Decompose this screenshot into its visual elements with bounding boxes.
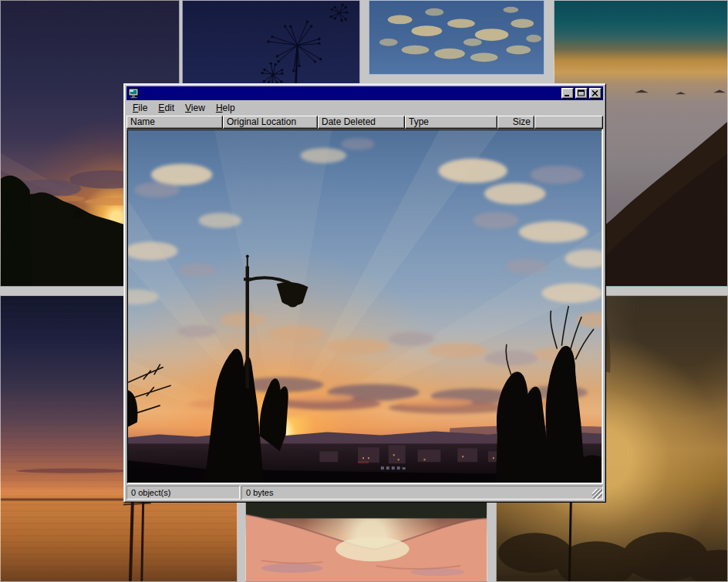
- wallpaper-tile-dotted-clouds: [369, 0, 544, 75]
- status-bar: 0 object(s) 0 bytes: [126, 486, 603, 500]
- resize-grip[interactable]: [592, 489, 602, 499]
- column-header-date-deleted[interactable]: Date Deleted: [318, 116, 405, 129]
- menu-bar: FileEditViewHelp: [126, 100, 603, 116]
- status-objects: 0 object(s): [126, 486, 240, 500]
- computer-icon[interactable]: [128, 88, 140, 99]
- column-header-filler: [534, 116, 603, 129]
- title-bar[interactable]: [126, 86, 603, 100]
- column-header-original-location[interactable]: Original Location: [223, 116, 318, 129]
- recycle-bin-window: FileEditViewHelp NameOriginal LocationDa…: [123, 83, 606, 503]
- close-icon: [590, 89, 601, 98]
- menu-item-edit[interactable]: Edit: [157, 101, 180, 116]
- maximize-icon: [576, 89, 587, 98]
- column-header-name[interactable]: Name: [126, 116, 223, 129]
- column-header-type[interactable]: Type: [405, 116, 497, 129]
- menu-item-help[interactable]: Help: [214, 101, 241, 116]
- file-list-area[interactable]: [126, 129, 603, 484]
- menu-item-file[interactable]: File: [131, 101, 153, 116]
- column-header-size[interactable]: Size: [497, 116, 534, 129]
- menu-item-view[interactable]: View: [184, 101, 211, 116]
- close-button[interactable]: [589, 88, 602, 99]
- sunset-photo-detail: [128, 130, 602, 483]
- column-header-row: NameOriginal LocationDate DeletedTypeSiz…: [126, 116, 603, 129]
- minimize-icon: [562, 89, 573, 98]
- maximize-button[interactable]: [575, 88, 588, 99]
- file-list-viewport: [127, 130, 602, 483]
- status-bytes: 0 bytes: [241, 486, 603, 500]
- minimize-button[interactable]: [561, 88, 574, 99]
- sunset-photo: [128, 130, 602, 483]
- dotted-clouds: [369, 1, 544, 74]
